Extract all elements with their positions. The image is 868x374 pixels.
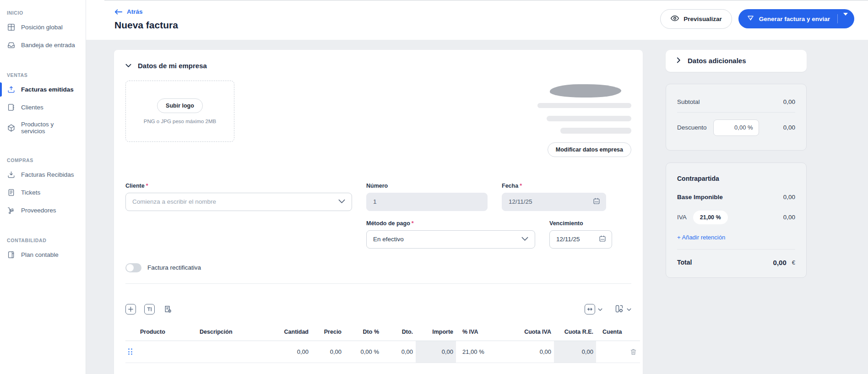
- sidebar-item-label: Productos y servicios: [21, 121, 79, 135]
- cell-cantidad[interactable]: 0,00: [275, 341, 311, 363]
- download-tray-icon: [7, 170, 16, 179]
- company-skeleton-line: [560, 128, 631, 134]
- sidebar-item-label: Clientes: [21, 104, 43, 111]
- col-iva-pct: % IVA: [456, 325, 504, 341]
- sidebar-item-facturas-emitidas[interactable]: Facturas emitidas: [0, 81, 86, 98]
- sidebar-item-label: Proveedores: [21, 207, 56, 214]
- cell-dto-pct[interactable]: 0,00 %: [344, 341, 382, 363]
- trolley-icon: [7, 206, 16, 215]
- preview-button[interactable]: Previsualizar: [660, 9, 732, 29]
- sidebar-item-facturas-recibidas[interactable]: Facturas Recibidas: [0, 166, 86, 184]
- chevron-down-icon: [125, 62, 131, 69]
- eye-icon: [670, 15, 679, 23]
- cell-producto[interactable]: [137, 341, 197, 363]
- cell-dto[interactable]: 0,00: [382, 341, 416, 363]
- rectificativa-toggle[interactable]: [125, 263, 141, 272]
- delete-row-icon[interactable]: [624, 341, 640, 363]
- generate-button-label: Generar factura y enviar: [759, 16, 830, 22]
- invoice-card: Datos de mi empresa Subir logo PNG o JPG…: [114, 50, 643, 374]
- cell-cuenta[interactable]: [596, 341, 624, 363]
- logo-dropzone[interactable]: Subir logo PNG o JPG peso máximo 2MB: [125, 81, 234, 142]
- fecha-input[interactable]: 12/11/25: [502, 193, 606, 211]
- company-skeleton-line: [537, 103, 631, 108]
- add-line-icon[interactable]: [125, 304, 136, 314]
- column-width-icon: [585, 304, 595, 314]
- grid-icon: [7, 23, 16, 32]
- chevron-down-icon: [598, 306, 602, 313]
- cliente-placeholder: Comienza a escribir el nombre: [132, 198, 216, 205]
- metodo-pago-label: Método de pago: [366, 220, 410, 227]
- button-separator: [837, 14, 838, 23]
- cell-importe: 0,00: [416, 341, 456, 363]
- receipt-icon: [7, 188, 16, 197]
- total-value: 0,00: [773, 259, 787, 266]
- generate-dropdown-caret[interactable]: [843, 16, 848, 22]
- section-divider: [125, 283, 631, 284]
- col-dto-pct: Dto %: [344, 325, 382, 341]
- sidebar-item-tickets[interactable]: Tickets: [0, 184, 86, 201]
- back-link[interactable]: Atrás: [114, 8, 143, 15]
- cell-descripcion[interactable]: [197, 341, 275, 363]
- ledger-icon: [7, 250, 16, 259]
- col-dto: Dto.: [382, 325, 416, 341]
- cliente-label: Cliente: [125, 183, 145, 189]
- fecha-label: Fecha: [502, 183, 518, 189]
- attach-document-icon[interactable]: [163, 304, 173, 314]
- additional-data-toggle[interactable]: Datos adicionales: [666, 50, 807, 72]
- subtotal-card: Subtotal 0,00 Descuento 0,00 % 0,00: [666, 84, 807, 151]
- cell-iva-pct[interactable]: 21,00 %: [456, 341, 504, 363]
- sidebar-item-label: Facturas emitidas: [21, 86, 74, 93]
- numero-value: 1: [373, 198, 377, 205]
- metodo-pago-value: En efectivo: [373, 236, 404, 243]
- iva-percentage-pill[interactable]: 21,00 %: [693, 211, 728, 224]
- cell-cuota-re: 0,00: [554, 341, 596, 363]
- main-area: Atrás Nueva factura Previsualizar Genera…: [86, 0, 868, 374]
- col-cantidad: Cantidad: [275, 325, 311, 341]
- chevron-down-icon: [521, 236, 528, 243]
- col-cuota-re: Cuota R.E.: [554, 325, 596, 341]
- add-retention-link[interactable]: + Añadir retención: [677, 229, 795, 247]
- sidebar-item-clientes[interactable]: Clientes: [0, 98, 86, 116]
- vencimiento-input[interactable]: 12/11/25: [549, 230, 612, 249]
- sidebar-section-inicio: INICIO: [7, 10, 86, 16]
- cliente-combobox[interactable]: Comienza a escribir el nombre: [125, 193, 352, 211]
- column-settings-icon: [614, 304, 624, 315]
- summary-column: Datos adicionales Subtotal 0,00 Descuent…: [666, 50, 807, 374]
- modify-company-button[interactable]: Modificar datos empresa: [548, 142, 631, 157]
- iva-value: 0,00: [783, 214, 795, 221]
- col-descripcion: Descripción: [197, 325, 275, 341]
- upload-logo-button[interactable]: Subir logo: [157, 98, 203, 113]
- sidebar-item-productos-servicios[interactable]: Productos y servicios: [0, 116, 86, 139]
- additional-data-title: Datos adicionales: [688, 57, 746, 65]
- descuento-input[interactable]: 0,00 %: [713, 119, 759, 136]
- calendar-icon[interactable]: [598, 234, 607, 244]
- column-width-control[interactable]: [585, 304, 602, 314]
- sidebar-item-bandeja-entrada[interactable]: Bandeja de entrada: [0, 36, 86, 54]
- contrapartida-card: Contrapartida Base Imponible 0,00 IVA 21…: [666, 163, 807, 278]
- sidebar-item-label: Bandeja de entrada: [21, 42, 75, 49]
- sidebar-item-proveedores[interactable]: Proveedores: [0, 201, 86, 219]
- address-book-icon: [7, 103, 16, 112]
- sidebar-item-plan-contable[interactable]: Plan contable: [0, 246, 86, 264]
- invoice-form: Cliente* Comienza a escribir el nombre N…: [125, 183, 631, 272]
- inbox-icon: [7, 41, 16, 49]
- descuento-value: 0,00: [783, 124, 795, 131]
- sidebar-item-posicion-global[interactable]: Posición global: [0, 18, 86, 36]
- metodo-pago-select[interactable]: En efectivo: [366, 230, 535, 249]
- col-actions: [624, 325, 640, 341]
- company-section-toggle[interactable]: Datos de mi empresa: [125, 62, 631, 70]
- company-skeleton-line: [547, 116, 631, 121]
- calendar-icon[interactable]: [592, 197, 601, 206]
- send-icon: [747, 14, 754, 23]
- total-currency: €: [792, 259, 795, 266]
- sidebar-section-compras: COMPRAS: [7, 157, 86, 163]
- sidebar-item-label: Tickets: [21, 189, 40, 196]
- upload-hint: PNG o JPG peso máximo 2MB: [144, 119, 217, 124]
- upload-tray-icon: [7, 85, 16, 94]
- row-drag-handle[interactable]: [125, 341, 137, 363]
- column-settings-control[interactable]: [614, 304, 631, 315]
- cell-precio[interactable]: 0,00: [311, 341, 344, 363]
- required-asterisk: *: [412, 220, 414, 227]
- add-text-line-icon[interactable]: [144, 304, 155, 314]
- generate-invoice-button[interactable]: Generar factura y enviar: [738, 9, 854, 28]
